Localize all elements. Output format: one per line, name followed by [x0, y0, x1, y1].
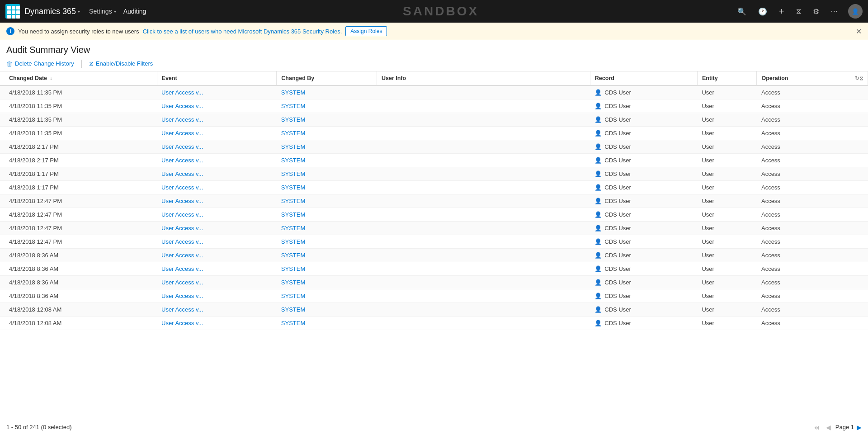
cell-changed-by[interactable]: SYSTEM — [277, 262, 377, 276]
cell-changed-date: 4/18/2018 8:36 AM — [0, 249, 157, 262]
user-record-icon: 👤 — [594, 103, 602, 109]
add-icon[interactable]: + — [777, 5, 786, 19]
cell-event[interactable]: User Access v... — [157, 167, 277, 181]
prev-page-button[interactable]: ◀ — [824, 423, 833, 432]
table-row[interactable]: 4/18/2018 8:36 AMUser Access v...SYSTEM👤… — [0, 276, 868, 289]
table-row[interactable]: 4/18/2018 11:35 PMUser Access v...SYSTEM… — [0, 113, 868, 127]
cell-event[interactable]: User Access v... — [157, 289, 277, 303]
record-name: CDS User — [604, 306, 631, 313]
table-row[interactable]: 4/18/2018 12:47 PMUser Access v...SYSTEM… — [0, 208, 868, 222]
cell-event[interactable]: User Access v... — [157, 154, 277, 167]
table-row[interactable]: 4/18/2018 8:36 AMUser Access v...SYSTEM👤… — [0, 289, 868, 303]
cell-user-info — [377, 262, 590, 276]
cell-changed-by[interactable]: SYSTEM — [277, 127, 377, 140]
cell-event[interactable]: User Access v... — [157, 85, 277, 99]
col-operation[interactable]: Operation ⧖ ↻ — [757, 71, 868, 85]
cell-event[interactable]: User Access v... — [157, 181, 277, 194]
history-icon[interactable]: 🕐 — [756, 5, 769, 18]
table-row[interactable]: 4/18/2018 11:35 PMUser Access v...SYSTEM… — [0, 99, 868, 113]
col-record[interactable]: Record — [590, 71, 697, 85]
cell-event[interactable]: User Access v... — [157, 262, 277, 276]
cell-event[interactable]: User Access v... — [157, 194, 277, 208]
cell-changed-by[interactable]: SYSTEM — [277, 181, 377, 194]
settings-icon[interactable]: ⚙ — [811, 5, 821, 18]
table-row[interactable]: 4/18/2018 11:35 PMUser Access v...SYSTEM… — [0, 85, 868, 99]
cell-changed-by[interactable]: SYSTEM — [277, 154, 377, 167]
cell-changed-date: 4/18/2018 12:47 PM — [0, 194, 157, 208]
cell-changed-by[interactable]: SYSTEM — [277, 194, 377, 208]
table-row[interactable]: 4/18/2018 2:17 PMUser Access v...SYSTEM👤… — [0, 140, 868, 154]
table-row[interactable]: 4/18/2018 1:17 PMUser Access v...SYSTEM👤… — [0, 181, 868, 194]
cell-changed-by[interactable]: SYSTEM — [277, 222, 377, 235]
col-user-info[interactable]: User Info — [377, 71, 590, 85]
next-page-button[interactable]: ▶ — [857, 424, 862, 431]
cell-changed-by[interactable]: SYSTEM — [277, 235, 377, 249]
table-row[interactable]: 4/18/2018 12:08 AMUser Access v...SYSTEM… — [0, 317, 868, 330]
col-changed-date[interactable]: Changed Date ↓ — [0, 71, 157, 85]
app-launcher-button[interactable] — [5, 4, 20, 19]
first-page-button[interactable]: ⏮ — [811, 423, 821, 432]
cell-event[interactable]: User Access v... — [157, 235, 277, 249]
avatar[interactable]: 👤 — [848, 4, 863, 19]
table-row[interactable]: 4/18/2018 1:17 PMUser Access v...SYSTEM👤… — [0, 167, 868, 181]
cell-entity: User — [697, 249, 756, 262]
table-row[interactable]: 4/18/2018 11:35 PMUser Access v...SYSTEM… — [0, 127, 868, 140]
filter-icon[interactable]: ⧖ — [794, 5, 803, 17]
cell-event[interactable]: User Access v... — [157, 127, 277, 140]
cell-event[interactable]: User Access v... — [157, 208, 277, 222]
column-refresh-icon[interactable]: ↻ — [855, 75, 859, 81]
cell-operation: Access — [757, 167, 868, 181]
table-row[interactable]: 4/18/2018 2:17 PMUser Access v...SYSTEM👤… — [0, 154, 868, 167]
cell-entity: User — [697, 262, 756, 276]
cell-event[interactable]: User Access v... — [157, 222, 277, 235]
nav-icon-group: 🔍 🕐 + ⧖ ⚙ ··· 👤 — [736, 4, 863, 19]
enable-filters-button[interactable]: ⧖ Enable/Disable Filters — [89, 59, 153, 68]
col-changed-by[interactable]: Changed By — [277, 71, 377, 85]
cell-event[interactable]: User Access v... — [157, 317, 277, 330]
user-record-icon: 👤 — [594, 157, 602, 164]
cell-event[interactable]: User Access v... — [157, 276, 277, 289]
search-icon[interactable]: 🔍 — [736, 5, 748, 18]
notification-link[interactable]: Click to see a list of users who need Mi… — [143, 28, 342, 35]
col-entity[interactable]: Entity — [697, 71, 756, 85]
more-icon[interactable]: ··· — [829, 5, 840, 17]
brand-name[interactable]: Dynamics 365 — [24, 7, 76, 16]
table-row[interactable]: 4/18/2018 12:47 PMUser Access v...SYSTEM… — [0, 194, 868, 208]
table-row[interactable]: 4/18/2018 8:36 AMUser Access v...SYSTEM👤… — [0, 249, 868, 262]
cell-changed-by[interactable]: SYSTEM — [277, 208, 377, 222]
cell-event[interactable]: User Access v... — [157, 249, 277, 262]
table-row[interactable]: 4/18/2018 8:36 AMUser Access v...SYSTEM👤… — [0, 262, 868, 276]
record-name: CDS User — [604, 184, 631, 191]
cell-changed-by[interactable]: SYSTEM — [277, 276, 377, 289]
cell-changed-by[interactable]: SYSTEM — [277, 140, 377, 154]
cell-changed-date: 4/18/2018 2:17 PM — [0, 154, 157, 167]
cell-changed-by[interactable]: SYSTEM — [277, 113, 377, 127]
cell-operation: Access — [757, 181, 868, 194]
cell-changed-by[interactable]: SYSTEM — [277, 99, 377, 113]
audit-table-container[interactable]: Changed Date ↓ Event Changed By User Inf… — [0, 71, 868, 419]
col-event[interactable]: Event — [157, 71, 277, 85]
table-row[interactable]: 4/18/2018 12:08 AMUser Access v...SYSTEM… — [0, 303, 868, 317]
cell-event[interactable]: User Access v... — [157, 303, 277, 317]
cell-entity: User — [697, 276, 756, 289]
cell-changed-by[interactable]: SYSTEM — [277, 289, 377, 303]
cell-event[interactable]: User Access v... — [157, 113, 277, 127]
delete-change-history-button[interactable]: 🗑 Delete Change History — [6, 59, 74, 68]
cell-event[interactable]: User Access v... — [157, 140, 277, 154]
cell-changed-by[interactable]: SYSTEM — [277, 167, 377, 181]
assign-roles-button[interactable]: Assign Roles — [345, 26, 387, 36]
cell-changed-by[interactable]: SYSTEM — [277, 249, 377, 262]
cell-event[interactable]: User Access v... — [157, 99, 277, 113]
cell-changed-by[interactable]: SYSTEM — [277, 303, 377, 317]
user-record-icon: 👤 — [594, 89, 602, 96]
cell-operation: Access — [757, 289, 868, 303]
nav-settings[interactable]: Settings — [89, 8, 112, 15]
notification-close-icon[interactable]: ✕ — [856, 27, 862, 36]
cell-operation: Access — [757, 249, 868, 262]
column-filter-icon[interactable]: ⧖ — [859, 75, 863, 81]
cell-changed-by[interactable]: SYSTEM — [277, 317, 377, 330]
record-name: CDS User — [604, 320, 631, 326]
cell-changed-by[interactable]: SYSTEM — [277, 85, 377, 99]
table-row[interactable]: 4/18/2018 12:47 PMUser Access v...SYSTEM… — [0, 235, 868, 249]
table-row[interactable]: 4/18/2018 12:47 PMUser Access v...SYSTEM… — [0, 222, 868, 235]
